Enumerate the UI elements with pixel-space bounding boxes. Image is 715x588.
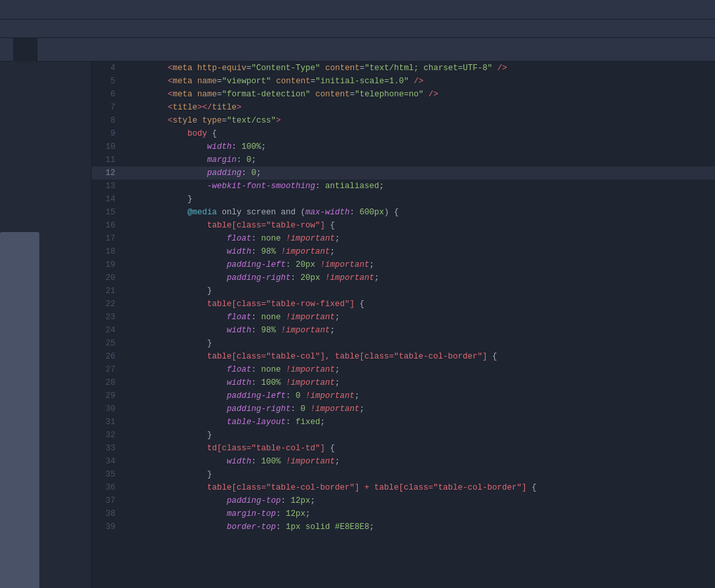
line-number: 34 <box>92 455 125 468</box>
line-content: width: 100%; <box>125 140 266 153</box>
line-number: 30 <box>92 402 125 416</box>
code-line-17: 17 float: none !important; <box>92 232 715 245</box>
code-line-15: 15 @media only screen and (max-width: 60… <box>92 206 715 219</box>
code-line-26: 26 table[class="table-col"], table[class… <box>92 350 715 363</box>
code-line-32: 32 } <box>92 429 715 442</box>
line-content: @media only screen and (max-width: 600px… <box>125 206 399 219</box>
line-number: 19 <box>92 258 125 271</box>
line-content: width: 98% !important; <box>125 245 335 258</box>
code-line-28: 28 width: 100% !important; <box>92 376 715 389</box>
code-line-21: 21 } <box>92 284 715 298</box>
line-content: <meta http-equiv="Content-Type" content=… <box>125 62 507 75</box>
line-number: 6 <box>92 88 125 101</box>
line-content: } <box>125 468 212 481</box>
line-number: 18 <box>92 245 125 258</box>
code-line-16: 16 table[class="table-row"] { <box>92 219 715 232</box>
sidebar <box>0 62 92 588</box>
line-content: width: 100% !important; <box>125 376 340 389</box>
code-line-4: 4 <meta http-equiv="Content-Type" conten… <box>92 62 715 75</box>
line-number: 33 <box>92 442 125 455</box>
line-number: 25 <box>92 337 125 350</box>
line-content: <style type="text/css"> <box>125 114 281 127</box>
line-number: 23 <box>92 311 125 324</box>
code-line-8: 8 <style type="text/css"> <box>92 114 715 127</box>
line-content: table[class="table-col-border"] + table[… <box>125 481 537 494</box>
code-area[interactable]: 4 <meta http-equiv="Content-Type" conten… <box>92 62 715 588</box>
code-line-34: 34 width: 100% !important; <box>92 455 715 468</box>
line-content: float: none !important; <box>125 311 340 324</box>
line-number: 27 <box>92 363 125 376</box>
tabbar <box>0 38 715 62</box>
line-number: 21 <box>92 284 125 298</box>
code-line-38: 38 margin-top: 12px; <box>92 507 715 520</box>
line-number: 28 <box>92 376 125 389</box>
code-line-19: 19 padding-left: 20px !important; <box>92 258 715 271</box>
line-number: 10 <box>92 140 125 153</box>
line-number: 16 <box>92 219 125 232</box>
line-content: padding-right: 20px !important; <box>125 271 379 284</box>
line-content: margin-top: 12px; <box>125 507 311 520</box>
line-number: 14 <box>92 193 125 206</box>
menu-tools[interactable] <box>17 27 30 31</box>
menu-goto[interactable] <box>3 27 16 31</box>
tab-email-confirmation[interactable] <box>13 38 37 62</box>
line-content: padding-top: 12px; <box>125 494 315 507</box>
line-number: 37 <box>92 494 125 507</box>
line-number: 24 <box>92 324 125 337</box>
line-content: <title></title> <box>125 101 242 114</box>
line-content: table[class="table-row-fixed"] { <box>125 298 364 311</box>
line-content: border-top: 1px solid #E8E8E8; <box>125 520 374 534</box>
code-line-13: 13 -webkit-font-smoothing: antialiased; <box>92 180 715 193</box>
line-number: 15 <box>92 206 125 219</box>
line-number: 29 <box>92 389 125 402</box>
line-content: } <box>125 337 212 350</box>
line-number: 17 <box>92 232 125 245</box>
code-line-23: 23 float: none !important; <box>92 311 715 324</box>
line-content: float: none !important; <box>125 363 340 376</box>
editor-area: 4 <meta http-equiv="Content-Type" conten… <box>0 62 715 588</box>
menu-help[interactable] <box>60 27 73 31</box>
code-line-36: 36 table[class="table-col-border"] + tab… <box>92 481 715 494</box>
menu-preferences[interactable] <box>46 27 59 31</box>
line-content: padding: 0; <box>125 167 261 180</box>
code-line-11: 11 margin: 0; <box>92 153 715 167</box>
line-number: 13 <box>92 180 125 193</box>
line-content: padding-left: 20px !important; <box>125 258 374 271</box>
line-content: td[class="table-col-td"] { <box>125 442 335 455</box>
code-line-20: 20 padding-right: 20px !important; <box>92 271 715 284</box>
code-line-39: 39 border-top: 1px solid #E8E8E8; <box>92 520 715 534</box>
line-content: body { <box>125 127 217 140</box>
line-content: -webkit-font-smoothing: antialiased; <box>125 180 384 193</box>
line-number: 39 <box>92 520 125 534</box>
menubar <box>0 20 715 38</box>
line-number: 8 <box>92 114 125 127</box>
line-content: padding-right: 0 !important; <box>125 402 364 416</box>
line-content: } <box>125 193 193 206</box>
line-content: width: 98% !important; <box>125 324 335 337</box>
code-line-22: 22 table[class="table-row-fixed"] { <box>92 298 715 311</box>
code-line-35: 35 } <box>92 468 715 481</box>
code-line-7: 7 <title></title> <box>92 101 715 114</box>
code-line-14: 14 } <box>92 193 715 206</box>
titlebar <box>0 0 715 20</box>
line-number: 12 <box>92 167 125 180</box>
line-content: table-layout: fixed; <box>125 416 325 429</box>
line-number: 7 <box>92 101 125 114</box>
line-number: 31 <box>92 416 125 429</box>
line-number: 5 <box>92 75 125 88</box>
code-line-5: 5 <meta name="viewport" content="initial… <box>92 75 715 88</box>
line-number: 9 <box>92 127 125 140</box>
line-number: 20 <box>92 271 125 284</box>
code-line-30: 30 padding-right: 0 !important; <box>92 402 715 416</box>
code-line-18: 18 width: 98% !important; <box>92 245 715 258</box>
line-content: padding-left: 0 !important; <box>125 389 360 402</box>
code-line-10: 10 width: 100%; <box>92 140 715 153</box>
line-number: 22 <box>92 298 125 311</box>
code-line-33: 33 td[class="table-col-td"] { <box>92 442 715 455</box>
line-content: margin: 0; <box>125 153 256 167</box>
code-line-31: 31 table-layout: fixed; <box>92 416 715 429</box>
line-content: float: none !important; <box>125 232 340 245</box>
code-line-27: 27 float: none !important; <box>92 363 715 376</box>
line-content: } <box>125 284 212 298</box>
menu-project[interactable] <box>31 27 45 31</box>
